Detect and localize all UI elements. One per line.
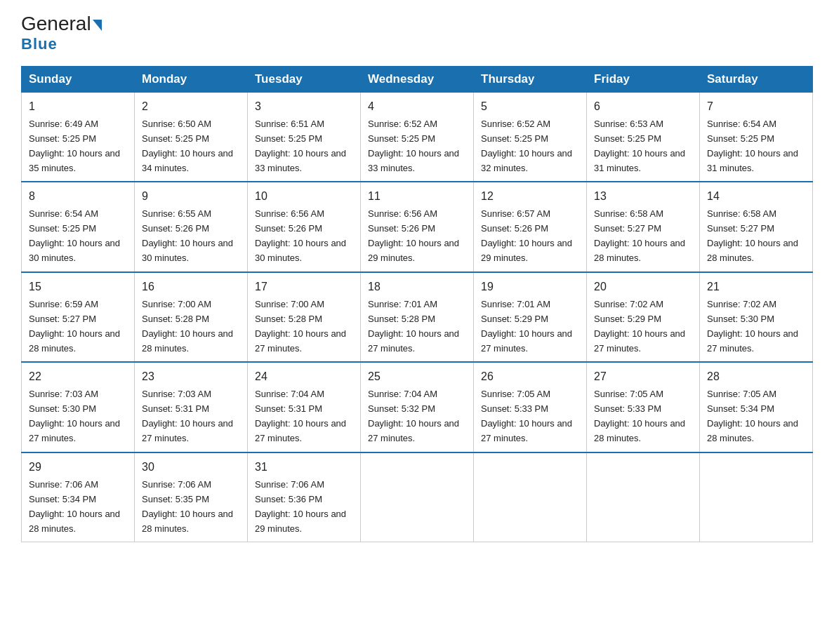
calendar-week-1: 1Sunrise: 6:49 AMSunset: 5:25 PMDaylight…	[22, 93, 813, 182]
weekday-header-thursday: Thursday	[474, 67, 587, 93]
calendar-cell: 18Sunrise: 7:01 AMSunset: 5:28 PMDayligh…	[361, 272, 474, 362]
calendar-week-2: 8Sunrise: 6:54 AMSunset: 5:25 PMDaylight…	[22, 182, 813, 271]
calendar-cell: 24Sunrise: 7:04 AMSunset: 5:31 PMDayligh…	[248, 362, 361, 452]
calendar-cell: 8Sunrise: 6:54 AMSunset: 5:25 PMDaylight…	[22, 182, 135, 271]
calendar-cell	[700, 452, 813, 542]
day-number: 14	[707, 188, 805, 206]
day-number: 28	[707, 368, 805, 386]
calendar-cell: 7Sunrise: 6:54 AMSunset: 5:25 PMDaylight…	[700, 93, 813, 182]
day-number: 18	[368, 279, 466, 296]
weekday-header-wednesday: Wednesday	[361, 67, 474, 93]
day-number: 16	[142, 279, 240, 296]
day-number: 1	[29, 98, 127, 116]
calendar-cell: 29Sunrise: 7:06 AMSunset: 5:34 PMDayligh…	[22, 452, 135, 542]
calendar-week-4: 22Sunrise: 7:03 AMSunset: 5:30 PMDayligh…	[22, 362, 813, 452]
day-info: Sunrise: 6:54 AMSunset: 5:25 PMDaylight:…	[29, 208, 120, 263]
calendar-cell: 13Sunrise: 6:58 AMSunset: 5:27 PMDayligh…	[587, 182, 700, 271]
day-info: Sunrise: 6:59 AMSunset: 5:27 PMDaylight:…	[29, 299, 120, 354]
calendar-cell: 22Sunrise: 7:03 AMSunset: 5:30 PMDayligh…	[22, 362, 135, 452]
day-info: Sunrise: 7:06 AMSunset: 5:34 PMDaylight:…	[29, 479, 120, 534]
day-number: 3	[255, 98, 353, 116]
calendar-cell: 27Sunrise: 7:05 AMSunset: 5:33 PMDayligh…	[587, 362, 700, 452]
day-info: Sunrise: 6:55 AMSunset: 5:26 PMDaylight:…	[142, 208, 233, 263]
day-number: 6	[594, 98, 692, 116]
day-info: Sunrise: 6:58 AMSunset: 5:27 PMDaylight:…	[707, 208, 798, 263]
weekday-header-friday: Friday	[587, 67, 700, 93]
calendar-cell: 3Sunrise: 6:51 AMSunset: 5:25 PMDaylight…	[248, 93, 361, 182]
logo: General Blue	[21, 14, 102, 53]
calendar-header: SundayMondayTuesdayWednesdayThursdayFrid…	[22, 67, 813, 93]
calendar-cell: 12Sunrise: 6:57 AMSunset: 5:26 PMDayligh…	[474, 182, 587, 271]
day-info: Sunrise: 7:06 AMSunset: 5:36 PMDaylight:…	[255, 479, 346, 534]
day-info: Sunrise: 7:04 AMSunset: 5:31 PMDaylight:…	[255, 389, 346, 443]
calendar-cell: 15Sunrise: 6:59 AMSunset: 5:27 PMDayligh…	[22, 272, 135, 362]
day-info: Sunrise: 7:05 AMSunset: 5:33 PMDaylight:…	[481, 389, 572, 443]
day-info: Sunrise: 6:52 AMSunset: 5:25 PMDaylight:…	[481, 119, 572, 173]
day-info: Sunrise: 7:05 AMSunset: 5:34 PMDaylight:…	[707, 389, 798, 443]
calendar-cell: 25Sunrise: 7:04 AMSunset: 5:32 PMDayligh…	[361, 362, 474, 452]
day-info: Sunrise: 6:58 AMSunset: 5:27 PMDaylight:…	[594, 208, 685, 263]
day-number: 10	[255, 188, 353, 206]
weekday-header-monday: Monday	[135, 67, 248, 93]
calendar-table: SundayMondayTuesdayWednesdayThursdayFrid…	[21, 66, 813, 542]
day-number: 22	[29, 368, 127, 386]
weekday-header-tuesday: Tuesday	[248, 67, 361, 93]
calendar-cell: 16Sunrise: 7:00 AMSunset: 5:28 PMDayligh…	[135, 272, 248, 362]
day-number: 21	[707, 279, 805, 296]
day-number: 7	[707, 98, 805, 116]
day-info: Sunrise: 7:04 AMSunset: 5:32 PMDaylight:…	[368, 389, 459, 443]
day-number: 11	[368, 188, 466, 206]
calendar-cell: 9Sunrise: 6:55 AMSunset: 5:26 PMDaylight…	[135, 182, 248, 271]
day-info: Sunrise: 7:02 AMSunset: 5:29 PMDaylight:…	[594, 299, 685, 354]
calendar-week-3: 15Sunrise: 6:59 AMSunset: 5:27 PMDayligh…	[22, 272, 813, 362]
day-info: Sunrise: 7:02 AMSunset: 5:30 PMDaylight:…	[707, 299, 798, 354]
calendar-cell: 1Sunrise: 6:49 AMSunset: 5:25 PMDaylight…	[22, 93, 135, 182]
calendar-cell: 6Sunrise: 6:53 AMSunset: 5:25 PMDaylight…	[587, 93, 700, 182]
day-number: 2	[142, 98, 240, 116]
calendar-cell: 11Sunrise: 6:56 AMSunset: 5:26 PMDayligh…	[361, 182, 474, 271]
calendar-cell: 14Sunrise: 6:58 AMSunset: 5:27 PMDayligh…	[700, 182, 813, 271]
day-number: 19	[481, 279, 579, 296]
calendar-body: 1Sunrise: 6:49 AMSunset: 5:25 PMDaylight…	[22, 93, 813, 542]
calendar-cell	[474, 452, 587, 542]
day-info: Sunrise: 6:52 AMSunset: 5:25 PMDaylight:…	[368, 119, 459, 173]
day-number: 24	[255, 368, 353, 386]
day-number: 8	[29, 188, 127, 206]
calendar-cell	[587, 452, 700, 542]
day-info: Sunrise: 6:50 AMSunset: 5:25 PMDaylight:…	[142, 119, 233, 173]
day-info: Sunrise: 6:56 AMSunset: 5:26 PMDaylight:…	[368, 208, 459, 263]
calendar-cell: 17Sunrise: 7:00 AMSunset: 5:28 PMDayligh…	[248, 272, 361, 362]
weekday-header-saturday: Saturday	[700, 67, 813, 93]
page-header: General Blue	[21, 14, 813, 53]
calendar-cell: 23Sunrise: 7:03 AMSunset: 5:31 PMDayligh…	[135, 362, 248, 452]
day-number: 27	[594, 368, 692, 386]
day-info: Sunrise: 7:00 AMSunset: 5:28 PMDaylight:…	[142, 299, 233, 354]
calendar-cell	[361, 452, 474, 542]
calendar-cell: 10Sunrise: 6:56 AMSunset: 5:26 PMDayligh…	[248, 182, 361, 271]
weekday-header-sunday: Sunday	[22, 67, 135, 93]
day-info: Sunrise: 7:01 AMSunset: 5:29 PMDaylight:…	[481, 299, 572, 354]
logo-blue: Blue	[21, 35, 58, 53]
day-number: 15	[29, 279, 127, 296]
day-info: Sunrise: 7:00 AMSunset: 5:28 PMDaylight:…	[255, 299, 346, 354]
day-number: 29	[29, 459, 127, 476]
calendar-cell: 21Sunrise: 7:02 AMSunset: 5:30 PMDayligh…	[700, 272, 813, 362]
day-number: 30	[142, 459, 240, 476]
day-info: Sunrise: 6:53 AMSunset: 5:25 PMDaylight:…	[594, 119, 685, 173]
calendar-cell: 20Sunrise: 7:02 AMSunset: 5:29 PMDayligh…	[587, 272, 700, 362]
calendar-cell: 19Sunrise: 7:01 AMSunset: 5:29 PMDayligh…	[474, 272, 587, 362]
day-number: 13	[594, 188, 692, 206]
day-number: 20	[594, 279, 692, 296]
day-number: 17	[255, 279, 353, 296]
calendar-week-5: 29Sunrise: 7:06 AMSunset: 5:34 PMDayligh…	[22, 452, 813, 542]
day-number: 31	[255, 459, 353, 476]
day-info: Sunrise: 7:05 AMSunset: 5:33 PMDaylight:…	[594, 389, 685, 443]
day-info: Sunrise: 7:06 AMSunset: 5:35 PMDaylight:…	[142, 479, 233, 534]
day-number: 5	[481, 98, 579, 116]
day-number: 12	[481, 188, 579, 206]
logo-general: General	[21, 14, 102, 34]
day-info: Sunrise: 7:03 AMSunset: 5:31 PMDaylight:…	[142, 389, 233, 443]
calendar-cell: 26Sunrise: 7:05 AMSunset: 5:33 PMDayligh…	[474, 362, 587, 452]
calendar-cell: 28Sunrise: 7:05 AMSunset: 5:34 PMDayligh…	[700, 362, 813, 452]
calendar-cell: 5Sunrise: 6:52 AMSunset: 5:25 PMDaylight…	[474, 93, 587, 182]
